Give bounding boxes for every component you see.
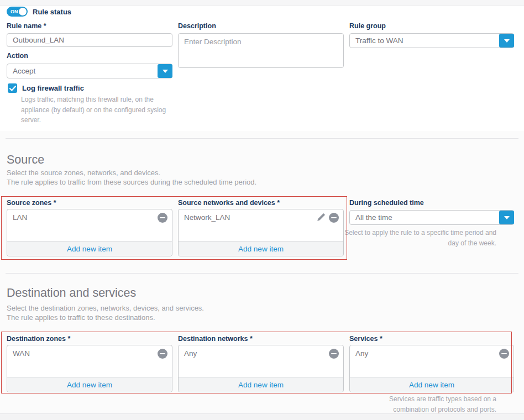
firewall-rule-editor: ON Rule status Rule name * Description R… xyxy=(0,0,524,420)
rule-group-dropdown-button[interactable] xyxy=(499,34,514,48)
source-heading: Source xyxy=(7,153,44,167)
check-icon xyxy=(9,86,16,91)
list-item: Any xyxy=(350,345,513,361)
dropdown-arrow-icon xyxy=(504,216,510,219)
destination-zones-label: Destination zones * xyxy=(7,335,70,343)
action-dropdown-button[interactable] xyxy=(158,64,172,78)
log-traffic-row: Log firewall traffic xyxy=(8,83,84,93)
rule-group-select[interactable]: Traffic to WAN xyxy=(349,33,514,48)
services-listbox: Any Add new item xyxy=(349,345,514,392)
list-item: LAN xyxy=(7,209,172,225)
minus-circle-icon[interactable] xyxy=(329,213,339,223)
source-zones-label: Source zones * xyxy=(7,199,56,207)
rule-status-row: ON Rule status xyxy=(7,7,71,17)
description-label: Description xyxy=(178,22,216,30)
schedule-select[interactable]: All the time xyxy=(349,210,514,225)
services-help: Services are traffic types based on a co… xyxy=(369,394,496,414)
list-item-label: Any xyxy=(355,349,368,358)
description-input[interactable] xyxy=(178,33,344,68)
pencil-icon[interactable] xyxy=(316,213,326,222)
schedule-help: Select to apply the rule to a specific t… xyxy=(343,228,496,248)
minus-circle-icon[interactable] xyxy=(329,349,339,359)
destination-networks-label: Destination networks * xyxy=(178,335,253,343)
destination-networks-add-button[interactable]: Add new item xyxy=(238,381,284,389)
destination-networks-footer: Add new item xyxy=(179,377,343,392)
list-item-label: Network_LAN xyxy=(184,213,230,222)
section-divider xyxy=(6,138,518,139)
log-traffic-label: Log firewall traffic xyxy=(22,84,84,92)
destination-desc-1: Select the destination zones, networks, … xyxy=(7,304,204,312)
top-strip xyxy=(0,0,524,6)
minus-circle-icon[interactable] xyxy=(158,213,167,223)
list-item: WAN xyxy=(7,345,172,361)
action-label: Action xyxy=(7,52,28,60)
dropdown-arrow-icon xyxy=(163,70,168,73)
source-networks-listbox: Network_LAN Add new item xyxy=(178,209,344,256)
rule-name-label: Rule name * xyxy=(7,22,46,30)
destination-desc-2: The rule applies to traffic to these des… xyxy=(7,313,155,322)
toggle-knob xyxy=(19,8,27,15)
source-zones-listbox: LAN Add new item xyxy=(7,209,172,256)
rule-name-input[interactable] xyxy=(7,33,172,47)
services-add-button[interactable]: Add new item xyxy=(409,381,454,389)
destination-networks-listbox: Any Add new item xyxy=(178,345,344,392)
source-networks-footer: Add new item xyxy=(179,241,343,256)
list-item-label: WAN xyxy=(13,349,30,358)
minus-circle-icon[interactable] xyxy=(499,349,509,359)
destination-heading: Destination and services xyxy=(7,286,136,300)
action-value: Accept xyxy=(7,67,35,75)
log-traffic-help: Logs traffic, matching this firewall rul… xyxy=(21,95,178,125)
rule-group-value: Traffic to WAN xyxy=(350,36,404,45)
action-select[interactable]: Accept xyxy=(7,64,172,78)
section-divider xyxy=(6,273,518,274)
destination-zones-add-button[interactable]: Add new item xyxy=(67,381,112,389)
source-desc-2: The rule applies to traffic from these s… xyxy=(7,178,256,186)
destination-zones-listbox: WAN Add new item xyxy=(7,345,172,392)
toggle-on-label: ON xyxy=(11,9,18,14)
list-item-label: LAN xyxy=(13,213,27,222)
list-item-label: Any xyxy=(184,349,197,358)
rule-group-label: Rule group xyxy=(349,22,386,30)
list-item: Network_LAN xyxy=(179,209,343,225)
services-footer: Add new item xyxy=(350,377,513,392)
list-item: Any xyxy=(179,345,343,361)
source-zones-add-button[interactable]: Add new item xyxy=(67,245,112,253)
source-networks-add-button[interactable]: Add new item xyxy=(238,245,284,253)
dropdown-arrow-icon xyxy=(504,39,510,43)
schedule-value: All the time xyxy=(350,213,392,222)
source-zones-footer: Add new item xyxy=(7,241,172,256)
schedule-label: During scheduled time xyxy=(349,199,424,207)
source-desc-1: Select the source zones, networks, and d… xyxy=(7,169,160,177)
services-label: Services * xyxy=(349,335,382,343)
source-networks-label: Source networks and devices * xyxy=(178,199,280,207)
schedule-dropdown-button[interactable] xyxy=(499,211,514,224)
minus-circle-icon[interactable] xyxy=(158,349,167,359)
destination-zones-footer: Add new item xyxy=(7,377,172,392)
log-traffic-checkbox[interactable] xyxy=(8,83,17,93)
rule-status-label: Rule status xyxy=(33,8,71,16)
rule-status-toggle[interactable]: ON xyxy=(7,7,28,17)
